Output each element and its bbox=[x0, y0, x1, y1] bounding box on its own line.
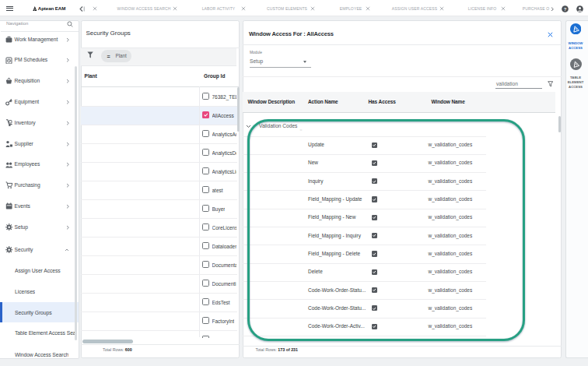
svg-text:?: ? bbox=[563, 6, 566, 11]
